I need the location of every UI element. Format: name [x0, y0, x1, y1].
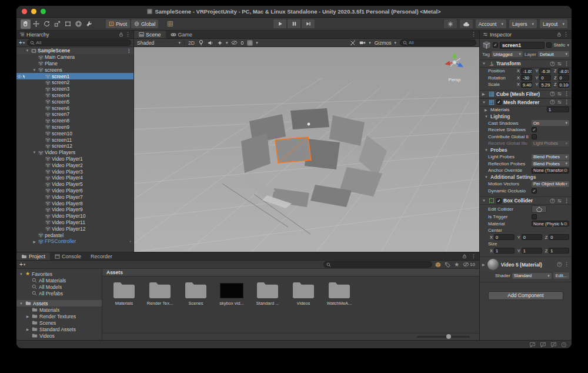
- package-icon[interactable]: [435, 262, 441, 268]
- hierarchy-item-screen1[interactable]: screen1: [16, 73, 133, 79]
- scene-search[interactable]: [400, 39, 476, 46]
- console-error-muted-icon[interactable]: [550, 342, 557, 348]
- hierarchy-item-video-player11[interactable]: Video Player11: [16, 219, 133, 226]
- static-checkbox[interactable]: [546, 42, 552, 48]
- background-activity-icon[interactable]: [561, 342, 567, 348]
- component-menu-icon[interactable]: ⋮: [564, 61, 569, 66]
- layers-dropdown[interactable]: Layers▾: [509, 19, 537, 28]
- step-button[interactable]: [302, 19, 315, 28]
- asset-materials[interactable]: Materials: [109, 281, 139, 306]
- help-icon[interactable]: ?: [550, 91, 555, 96]
- projection-mode-label[interactable]: Persp: [438, 77, 471, 82]
- hierarchy-item-screens[interactable]: ▼screens: [16, 66, 133, 73]
- lighting-section[interactable]: ▼ Lighting: [480, 113, 572, 120]
- foldout-closed-icon[interactable]: ▶: [32, 239, 37, 244]
- component-menu-icon[interactable]: ⋮: [564, 99, 569, 105]
- tab-game[interactable]: Game: [166, 31, 198, 38]
- physic-material-field[interactable]: None (Physic Mater⊙: [532, 221, 569, 227]
- hierarchy-item-video-player10[interactable]: Video Player10: [16, 213, 133, 219]
- object-picker-icon[interactable]: ⊙: [563, 221, 567, 227]
- favorites-item-all-materials[interactable]: All Materials: [16, 277, 102, 284]
- close-window-button[interactable]: [22, 9, 27, 14]
- orientation-gizmo[interactable]: Persp: [438, 51, 471, 82]
- 2d-toggle[interactable]: 2D: [188, 40, 195, 46]
- thumbnail-size-slider[interactable]: [417, 336, 470, 338]
- hierarchy-item-screen2[interactable]: screen2: [16, 79, 133, 86]
- hierarchy-item-screen10[interactable]: screen10: [16, 130, 133, 136]
- hierarchy-item-video-player2[interactable]: Video Player2: [16, 162, 133, 168]
- materials-count-field[interactable]: 1: [547, 106, 569, 112]
- rotation-y-field[interactable]: 0: [539, 75, 550, 81]
- pause-button[interactable]: [288, 19, 300, 28]
- play-button[interactable]: [273, 19, 286, 28]
- motion-vectors-dropdown[interactable]: Per Object Motion▾: [532, 181, 569, 187]
- component-enabled-checkbox[interactable]: ✓: [496, 198, 502, 204]
- help-icon[interactable]: ?: [550, 99, 555, 105]
- grid-snapping-button[interactable]: [165, 19, 175, 29]
- help-icon[interactable]: ?: [550, 198, 555, 204]
- position-x-field[interactable]: -1.6591: [521, 68, 532, 74]
- hierarchy-search[interactable]: [27, 39, 131, 46]
- material-component-header[interactable]: ▶ Video 5 (Material) ? ⋮: [480, 257, 572, 272]
- scale-tool-button[interactable]: [52, 19, 62, 29]
- foldout-open-icon[interactable]: ▼: [19, 302, 24, 305]
- position-z-field[interactable]: -8.0753: [558, 68, 569, 74]
- foldout-open-icon[interactable]: ▼: [19, 272, 24, 276]
- hierarchy-item-screen11[interactable]: screen11: [16, 136, 133, 143]
- anchor-override-field[interactable]: None (Transform)⊙: [532, 168, 569, 174]
- additional-settings-section[interactable]: ▼ Additional Settings: [480, 174, 572, 181]
- asset-scenes[interactable]: Scenes: [181, 281, 211, 306]
- hierarchy-item-pedastel[interactable]: pedastel: [16, 232, 133, 238]
- hierarchy-item-screen4[interactable]: screen4: [16, 92, 133, 99]
- component-menu-icon[interactable]: ⋮: [564, 91, 569, 96]
- light-probes-dropdown[interactable]: Blend Probes▾: [532, 154, 569, 160]
- object-picker-icon[interactable]: ⊙: [563, 168, 567, 173]
- favorites-filter-icon[interactable]: ★: [454, 261, 459, 268]
- label-icon[interactable]: [445, 262, 450, 268]
- hierarchy-item-video-player4[interactable]: Video Player4: [16, 175, 133, 181]
- hierarchy-item-samplescene[interactable]: ▼SampleScene⋮: [16, 48, 133, 54]
- foldout-open-icon[interactable]: ▼: [32, 151, 37, 154]
- project-folder-materials[interactable]: Materials: [16, 307, 102, 313]
- mesh-renderer-component-header[interactable]: ▼ ✓ Mesh Renderer ? ⋮: [480, 98, 572, 106]
- hierarchy-item-screen12[interactable]: screen12: [16, 143, 133, 149]
- static-label[interactable]: Static: [553, 42, 565, 48]
- size-x-field[interactable]: 1: [494, 248, 514, 254]
- hierarchy-item-screen9[interactable]: screen9: [16, 124, 133, 131]
- pivot-toggle-button[interactable]: Pivot: [106, 19, 130, 28]
- hand-tool-button[interactable]: [21, 19, 31, 29]
- fullscreen-window-button[interactable]: [41, 9, 46, 14]
- component-menu-icon[interactable]: ⋮: [564, 262, 569, 267]
- tab-console[interactable]: Console: [50, 252, 86, 260]
- hierarchy-item-main-camera[interactable]: Main Camera: [16, 54, 133, 61]
- contribute-gi-checkbox[interactable]: [532, 134, 537, 139]
- foldout-open-icon[interactable]: ▼: [482, 62, 487, 65]
- hierarchy-item-video-player1[interactable]: Video Player1: [16, 156, 133, 162]
- cloud-button[interactable]: [460, 19, 473, 28]
- project-folder-assets[interactable]: ▼Assets: [16, 300, 102, 307]
- project-folder-videos[interactable]: Videos: [16, 332, 102, 339]
- hierarchy-tab-label[interactable]: Hierarchy: [26, 32, 49, 38]
- project-create-button[interactable]: +▾: [19, 261, 25, 268]
- position-y-field[interactable]: -6.3945: [539, 68, 550, 74]
- slider-handle[interactable]: [446, 334, 451, 339]
- asset-standard-[interactable]: Standard ...: [253, 281, 282, 306]
- scene-grid-dropdown[interactable]: ▾: [247, 40, 258, 46]
- center-z-field[interactable]: 0: [549, 234, 569, 240]
- move-tool-button[interactable]: [31, 19, 41, 29]
- size-y-field[interactable]: 1: [522, 248, 542, 254]
- account-dropdown[interactable]: Account▾: [476, 19, 506, 28]
- component-menu-icon[interactable]: ⋮: [564, 198, 569, 204]
- hierarchy-item-plane[interactable]: Plane: [16, 61, 133, 67]
- active-checkbox[interactable]: ✓: [493, 42, 498, 48]
- hidden-packages-toggle[interactable]: 10: [463, 262, 475, 267]
- foldout-open-icon[interactable]: ▼: [482, 101, 487, 104]
- pickability-icon[interactable]: [22, 74, 26, 79]
- scene-menu-icon[interactable]: ⋮: [471, 32, 476, 37]
- favorites-item-all-models[interactable]: All Models: [16, 284, 102, 290]
- shader-edit-button[interactable]: Edit...: [553, 272, 569, 279]
- hierarchy-item-video-player9[interactable]: Video Player9: [16, 207, 133, 213]
- hierarchy-item-screen5[interactable]: screen5: [16, 98, 133, 105]
- hierarchy-item-video-player12[interactable]: Video Player12: [16, 225, 133, 232]
- center-y-field[interactable]: 0: [522, 234, 542, 240]
